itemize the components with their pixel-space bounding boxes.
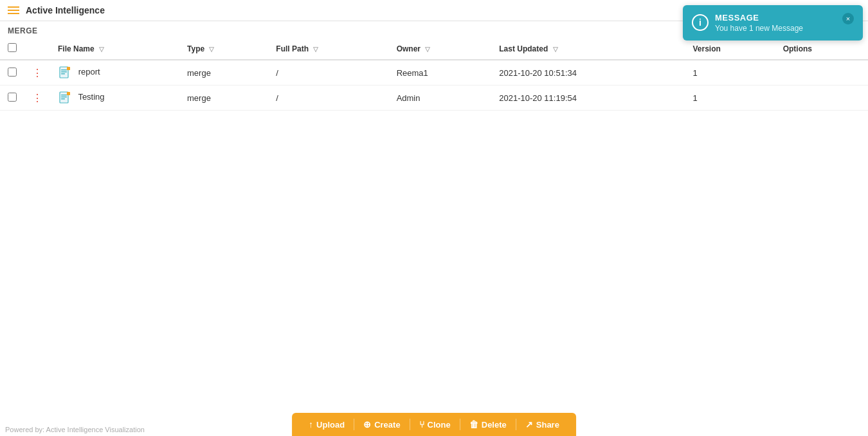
svg-rect-4 (67, 67, 70, 70)
row-version-cell: 1 (685, 86, 775, 111)
svg-rect-1 (61, 69, 67, 71)
table-header-row: File Name ▽ Type ▽ Full Path ▽ Owner ▽ L… (0, 38, 868, 60)
toolbar-divider-1 (354, 419, 354, 430)
header-options: Options (775, 38, 868, 60)
toast-info-icon: i (692, 14, 709, 31)
row-fullpath-cell: / (268, 86, 388, 111)
row-checkbox-cell (0, 60, 24, 86)
toast-close-button[interactable]: × (842, 13, 854, 24)
row-context-dots[interactable]: ⋮ (24, 60, 50, 86)
owner-filter-icon[interactable]: ▽ (425, 46, 430, 53)
svg-rect-9 (67, 92, 70, 95)
create-button[interactable]: ⊕ Create (357, 417, 406, 432)
svg-rect-7 (61, 96, 67, 98)
file-type-icon (58, 66, 72, 80)
delete-button[interactable]: 🗑 Delete (463, 417, 513, 432)
svg-rect-8 (61, 98, 65, 100)
lastupdated-filter-icon[interactable]: ▽ (553, 46, 558, 53)
share-button[interactable]: ↗ Share (519, 417, 566, 432)
upload-button[interactable]: ↑ Upload (302, 417, 351, 432)
toast-content: MESSAGE You have 1 new Message (715, 13, 838, 33)
row-checkbox-cell (0, 86, 24, 111)
header-fullpath: Full Path ▽ (268, 38, 388, 60)
svg-rect-2 (61, 71, 67, 73)
header-lastupdated: Last Updated ▽ (491, 38, 685, 60)
table-row: ⋮ Testing merge/Admin2021-10-20 11:19:54… (0, 86, 868, 111)
merge-table: File Name ▽ Type ▽ Full Path ▽ Owner ▽ L… (0, 38, 868, 111)
notification-toast: i MESSAGE You have 1 new Message × (683, 5, 863, 41)
row-type-cell: merge (179, 60, 268, 86)
toolbar-divider-3 (460, 419, 460, 430)
row-select-checkbox[interactable] (8, 68, 17, 77)
clone-icon: ⑂ (419, 419, 424, 430)
delete-icon: 🗑 (469, 419, 478, 430)
toast-title: MESSAGE (715, 13, 838, 23)
row-version-cell: 1 (685, 60, 775, 86)
menu-icon[interactable] (8, 6, 19, 14)
select-all-checkbox[interactable] (8, 43, 17, 52)
row-owner-cell: Reema1 (389, 60, 492, 86)
app-title: Active Intelligence (26, 5, 105, 15)
header-dots-col (24, 38, 50, 60)
svg-rect-6 (61, 95, 67, 96)
svg-rect-3 (61, 73, 65, 75)
type-filter-icon[interactable]: ▽ (209, 46, 214, 53)
fullpath-filter-icon[interactable]: ▽ (313, 46, 318, 53)
row-type-cell: merge (179, 86, 268, 111)
upload-icon: ↑ (309, 419, 313, 430)
table-container: File Name ▽ Type ▽ Full Path ▽ Owner ▽ L… (0, 38, 868, 402)
header-checkbox-col (0, 38, 24, 60)
header-type: Type ▽ (179, 38, 268, 60)
table-body: ⋮ report merge/Reema12021-10-20 10:51:34… (0, 60, 868, 111)
row-context-dots[interactable]: ⋮ (24, 86, 50, 111)
file-type-icon (58, 91, 72, 105)
row-owner-cell: Admin (389, 86, 492, 111)
header-owner: Owner ▽ (389, 38, 492, 60)
row-filename-cell: report (50, 60, 179, 86)
row-lastupdated-cell: 2021-10-20 11:19:54 (491, 86, 685, 111)
row-filename-cell: Testing (50, 86, 179, 111)
row-options-cell (775, 86, 868, 111)
powered-by-label: Powered by: Active Intelligence Visualiz… (5, 426, 145, 433)
row-fullpath-cell: / (268, 60, 388, 86)
row-options-cell (775, 60, 868, 86)
toolbar-divider-4 (516, 419, 516, 430)
row-select-checkbox[interactable] (8, 93, 17, 102)
row-filename: report (78, 67, 100, 77)
header-filename: File Name ▽ (50, 38, 179, 60)
footer-toolbar: ↑ Upload ⊕ Create ⑂ Clone 🗑 Delete ↗ Sha… (292, 413, 576, 436)
row-lastupdated-cell: 2021-10-20 10:51:34 (491, 60, 685, 86)
create-icon: ⊕ (363, 419, 371, 430)
toolbar-divider-2 (410, 419, 410, 430)
header-version: Version (685, 38, 775, 60)
toast-message: You have 1 new Message (715, 24, 838, 33)
filename-filter-icon[interactable]: ▽ (99, 46, 104, 53)
share-icon: ↗ (525, 419, 533, 430)
clone-button[interactable]: ⑂ Clone (413, 417, 457, 432)
row-filename: Testing (78, 92, 104, 102)
table-row: ⋮ report merge/Reema12021-10-20 10:51:34… (0, 60, 868, 86)
